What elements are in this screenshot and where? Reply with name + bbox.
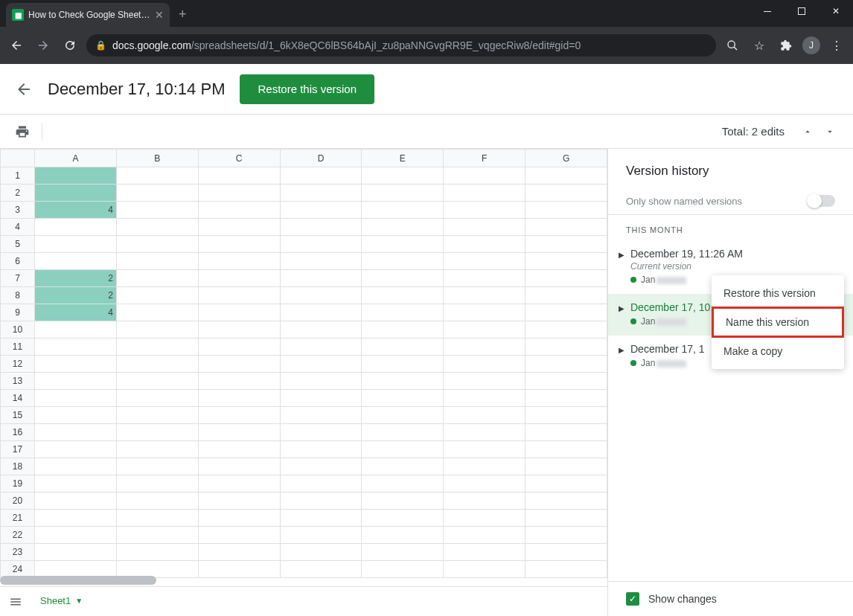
- cell[interactable]: [280, 167, 362, 185]
- prev-edit-button[interactable]: [799, 123, 816, 140]
- row-header[interactable]: 21: [1, 510, 35, 527]
- cell[interactable]: [362, 185, 444, 202]
- row-header[interactable]: 7: [1, 270, 35, 287]
- column-header[interactable]: A: [34, 150, 116, 167]
- row-header[interactable]: 15: [1, 407, 35, 424]
- cell[interactable]: [444, 510, 525, 527]
- cell[interactable]: [116, 390, 198, 407]
- cell[interactable]: [362, 561, 444, 578]
- cell[interactable]: [198, 373, 280, 390]
- row-header[interactable]: 22: [1, 527, 35, 544]
- cell[interactable]: [362, 475, 444, 493]
- cell[interactable]: [444, 236, 525, 253]
- cell[interactable]: [116, 202, 198, 219]
- cell[interactable]: [525, 219, 607, 236]
- row-header[interactable]: 8: [1, 287, 35, 304]
- cell[interactable]: [280, 510, 362, 527]
- cell[interactable]: [525, 373, 607, 390]
- context-menu-item[interactable]: Restore this version: [712, 280, 844, 307]
- cell[interactable]: [198, 475, 280, 493]
- context-menu-item[interactable]: Make a copy: [712, 338, 844, 365]
- cell[interactable]: [525, 493, 607, 510]
- cell[interactable]: [34, 236, 116, 253]
- sheet-dropdown-icon[interactable]: ▼: [75, 597, 83, 605]
- cell[interactable]: [444, 544, 525, 561]
- cell[interactable]: [525, 236, 607, 253]
- cell[interactable]: [525, 253, 607, 270]
- cell[interactable]: [444, 287, 525, 304]
- cell[interactable]: [198, 321, 280, 339]
- all-sheets-button[interactable]: [9, 595, 22, 609]
- cell[interactable]: [198, 356, 280, 373]
- cell[interactable]: [34, 544, 116, 561]
- cell[interactable]: [362, 236, 444, 253]
- cell[interactable]: [280, 561, 362, 578]
- cell[interactable]: [525, 287, 607, 304]
- cell[interactable]: [34, 407, 116, 424]
- close-window-button[interactable]: ✕: [819, 0, 853, 22]
- cell[interactable]: [34, 373, 116, 390]
- cell[interactable]: [116, 304, 198, 321]
- cell[interactable]: [198, 304, 280, 321]
- cell[interactable]: [525, 356, 607, 373]
- expand-caret-icon[interactable]: ▶: [619, 346, 624, 354]
- cell[interactable]: [198, 407, 280, 424]
- cell[interactable]: [525, 475, 607, 493]
- cell[interactable]: [34, 253, 116, 270]
- cell[interactable]: [525, 202, 607, 219]
- cell[interactable]: [280, 544, 362, 561]
- cell[interactable]: [198, 219, 280, 236]
- cell[interactable]: [116, 527, 198, 544]
- cell[interactable]: [116, 458, 198, 475]
- cell[interactable]: [34, 493, 116, 510]
- profile-avatar[interactable]: J: [802, 36, 820, 54]
- cell[interactable]: [362, 270, 444, 287]
- row-header[interactable]: 1: [1, 167, 35, 185]
- cell[interactable]: [116, 167, 198, 185]
- cell[interactable]: [116, 356, 198, 373]
- cell[interactable]: [198, 236, 280, 253]
- cell[interactable]: [525, 544, 607, 561]
- horizontal-scrollbar[interactable]: [0, 576, 156, 585]
- cell[interactable]: [362, 321, 444, 339]
- row-header[interactable]: 19: [1, 475, 35, 493]
- cell[interactable]: [34, 527, 116, 544]
- row-header[interactable]: 9: [1, 304, 35, 321]
- cell[interactable]: [34, 339, 116, 356]
- cell[interactable]: [198, 544, 280, 561]
- cell[interactable]: [444, 475, 525, 493]
- expand-caret-icon[interactable]: ▶: [619, 304, 624, 312]
- cell[interactable]: [34, 441, 116, 458]
- column-header[interactable]: D: [280, 150, 362, 167]
- column-header[interactable]: B: [116, 150, 198, 167]
- back-button[interactable]: [6, 35, 27, 56]
- row-header[interactable]: 16: [1, 424, 35, 441]
- spreadsheet-grid[interactable]: ABCDEFG123445672829410111213141516171819…: [0, 149, 607, 578]
- row-header[interactable]: 12: [1, 356, 35, 373]
- cell[interactable]: [198, 202, 280, 219]
- row-header[interactable]: 23: [1, 544, 35, 561]
- cell[interactable]: [198, 441, 280, 458]
- cell[interactable]: [116, 253, 198, 270]
- row-header[interactable]: 18: [1, 458, 35, 475]
- cell[interactable]: [525, 270, 607, 287]
- cell[interactable]: [525, 185, 607, 202]
- cell[interactable]: [280, 339, 362, 356]
- maximize-button[interactable]: [785, 0, 819, 22]
- back-arrow-icon[interactable]: [15, 80, 33, 98]
- cell[interactable]: [198, 527, 280, 544]
- cell[interactable]: [362, 356, 444, 373]
- cell[interactable]: [444, 527, 525, 544]
- cell[interactable]: [444, 167, 525, 185]
- cell[interactable]: [444, 424, 525, 441]
- cell[interactable]: [198, 270, 280, 287]
- cell[interactable]: 4: [34, 202, 116, 219]
- cell[interactable]: [444, 253, 525, 270]
- cell[interactable]: [280, 185, 362, 202]
- cell[interactable]: 4: [34, 304, 116, 321]
- row-header[interactable]: 13: [1, 373, 35, 390]
- cell[interactable]: [525, 407, 607, 424]
- cell[interactable]: [444, 270, 525, 287]
- column-header[interactable]: E: [362, 150, 444, 167]
- browser-menu-icon[interactable]: ⋮: [826, 35, 847, 56]
